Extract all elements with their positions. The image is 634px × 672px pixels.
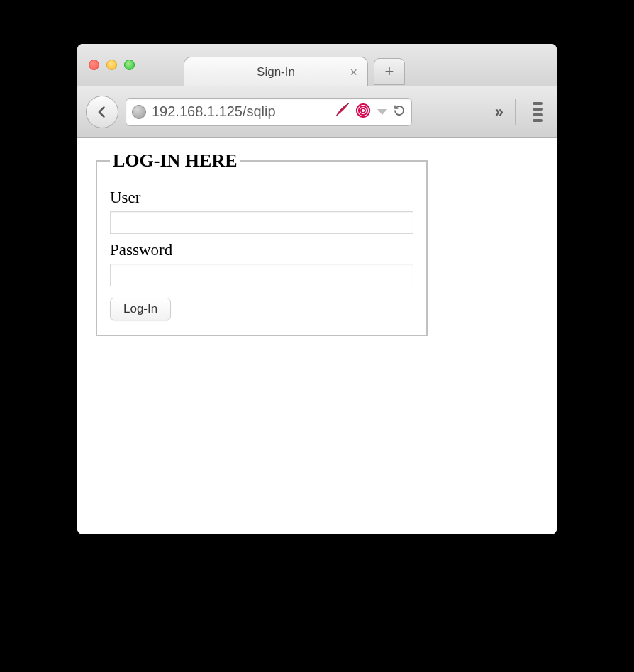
password-field-row: Password <box>110 241 413 286</box>
menu-button[interactable] <box>527 102 548 122</box>
user-input[interactable] <box>110 211 413 234</box>
titlebar: Sign-In × + <box>77 44 557 86</box>
tab-strip: Sign-In × + <box>184 49 405 86</box>
password-label: Password <box>110 241 413 259</box>
arrow-left-icon <box>95 105 109 119</box>
user-field-row: User <box>110 189 413 234</box>
new-tab-button[interactable]: + <box>374 58 405 85</box>
globe-icon <box>132 105 146 119</box>
window-minimize-button[interactable] <box>106 60 117 70</box>
debian-swirl-icon[interactable] <box>355 102 372 122</box>
user-label: User <box>110 189 413 207</box>
back-button[interactable] <box>86 96 118 128</box>
window-close-button[interactable] <box>89 60 99 70</box>
url-extensions <box>333 102 406 122</box>
browser-tab[interactable]: Sign-In × <box>184 57 368 86</box>
reload-button[interactable] <box>393 104 406 120</box>
password-input[interactable] <box>110 264 413 286</box>
apache-feather-icon[interactable] <box>333 102 350 122</box>
url-text: 192.168.1.125/sqlip <box>152 103 328 120</box>
login-fieldset: LOG-IN HERE User Password Log-In <box>96 150 428 336</box>
tab-close-icon[interactable]: × <box>350 66 357 79</box>
overflow-chevrons-icon[interactable]: » <box>491 103 504 121</box>
login-button[interactable]: Log-In <box>110 298 171 320</box>
traffic-lights <box>89 60 135 70</box>
url-bar[interactable]: 192.168.1.125/sqlip <box>126 98 412 126</box>
toolbar-separator <box>515 99 516 125</box>
browser-window: Sign-In × + 192.168.1.125/sqlip <box>77 44 557 534</box>
dropdown-arrow-icon[interactable] <box>377 109 387 115</box>
tab-title: Sign-In <box>257 65 295 79</box>
page-content: LOG-IN HERE User Password Log-In <box>77 138 557 534</box>
window-maximize-button[interactable] <box>124 60 135 70</box>
browser-toolbar: 192.168.1.125/sqlip » <box>77 86 557 138</box>
login-legend: LOG-IN HERE <box>110 150 240 172</box>
